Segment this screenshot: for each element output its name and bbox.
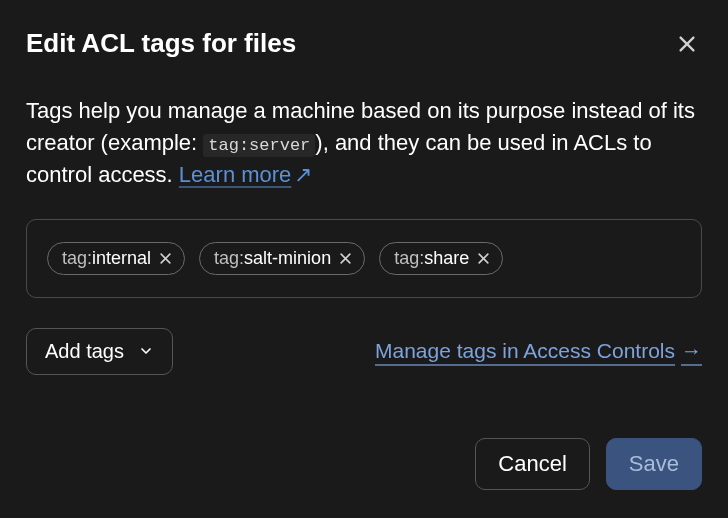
external-link-icon: ↗ [294, 159, 312, 191]
tag-pill: tag:share [379, 242, 503, 275]
tag-prefix: tag: [214, 248, 244, 268]
close-icon [477, 252, 490, 265]
save-button[interactable]: Save [606, 438, 702, 490]
dialog-header: Edit ACL tags for files [26, 28, 702, 59]
manage-link-label: Manage tags in Access Controls [375, 339, 675, 363]
dialog-description: Tags help you manage a machine based on … [26, 95, 702, 191]
dialog-footer: Cancel Save [26, 438, 702, 490]
tag-name: salt-minion [244, 248, 331, 268]
remove-tag-button[interactable] [159, 252, 172, 265]
close-button[interactable] [672, 29, 702, 59]
cancel-button[interactable]: Cancel [475, 438, 589, 490]
close-icon [339, 252, 352, 265]
description-code-example: tag:server [203, 134, 315, 157]
add-tags-button[interactable]: Add tags [26, 328, 173, 375]
add-tags-label: Add tags [45, 340, 124, 363]
manage-tags-link[interactable]: Manage tags in Access Controls → [375, 339, 702, 363]
tag-pill: tag:internal [47, 242, 185, 275]
tag-name: internal [92, 248, 151, 268]
chevron-down-icon [138, 343, 154, 359]
tag-prefix: tag: [62, 248, 92, 268]
tag-prefix: tag: [394, 248, 424, 268]
tag-pill: tag:salt-minion [199, 242, 365, 275]
tags-container: tag:internal tag:salt-minion tag:share [26, 219, 702, 298]
learn-more-link[interactable]: Learn more↗ [179, 162, 313, 187]
actions-row: Add tags Manage tags in Access Controls … [26, 328, 702, 375]
learn-more-label: Learn more [179, 162, 292, 187]
remove-tag-button[interactable] [339, 252, 352, 265]
dialog-title: Edit ACL tags for files [26, 28, 296, 59]
close-icon [676, 33, 698, 55]
remove-tag-button[interactable] [477, 252, 490, 265]
close-icon [159, 252, 172, 265]
edit-acl-tags-dialog: Edit ACL tags for files Tags help you ma… [0, 0, 728, 518]
tag-name: share [424, 248, 469, 268]
arrow-right-icon: → [681, 339, 702, 363]
